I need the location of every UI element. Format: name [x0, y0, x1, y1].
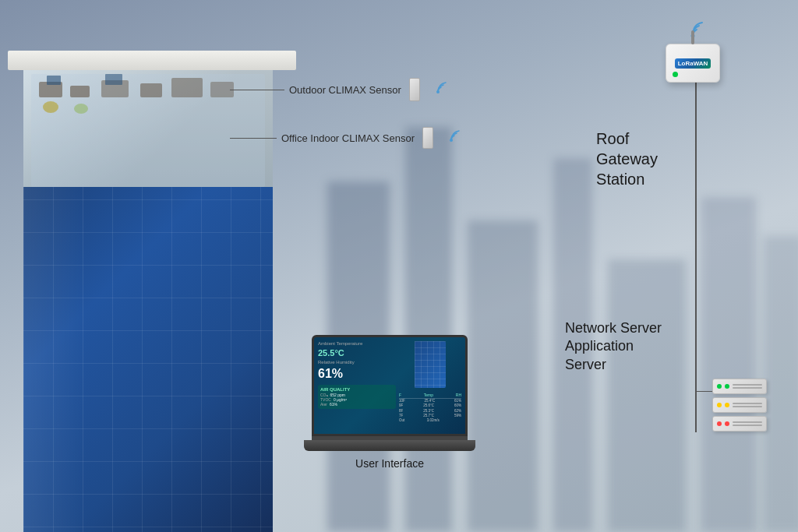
- laptop-base: [304, 440, 475, 451]
- outdoor-sensor-line: [230, 90, 284, 90]
- vertical-connection-line: [695, 74, 697, 432]
- server-light-green-1: [717, 384, 722, 389]
- router-label: LoRaWAN: [675, 58, 711, 69]
- gateway-location-label: Roof Gateway Station: [596, 129, 658, 189]
- server-unit-1: [712, 379, 767, 394]
- network-server-label3: Server: [565, 356, 662, 374]
- gateway-roof-label: Roof: [596, 129, 658, 149]
- gateway-gateway-label: Gateway: [596, 149, 658, 169]
- screen-humidity-value: 61%: [318, 367, 396, 381]
- server-unit-3: [712, 416, 767, 432]
- aqi-label: Aier: [320, 402, 327, 407]
- screen-left-panel: Ambient Temperature 25.5°C Relative Humi…: [318, 341, 396, 430]
- outdoor-sensor-text: Outdoor CLIMAX Sensor: [289, 84, 401, 96]
- svg-point-1: [450, 139, 453, 142]
- indoor-sensor-device: [422, 127, 433, 149]
- server-light-yellow-2: [725, 403, 729, 407]
- outdoor-sensor-device: [409, 78, 420, 101]
- router-body: LoRaWAN: [666, 44, 720, 83]
- server-stripes-3: [733, 421, 762, 426]
- gateway-device: LoRaWAN: [662, 22, 724, 83]
- laptop-screen: Ambient Temperature 25.5°C Relative Humi…: [312, 335, 468, 436]
- aqi-value: 61%: [330, 402, 337, 407]
- outdoor-sensor-label: Outdoor CLIMAX Sensor: [230, 78, 447, 101]
- indoor-sensor-wifi: [443, 129, 460, 146]
- server-light-red-2: [725, 421, 729, 426]
- aq-label: AIR QUALITY: [320, 387, 394, 392]
- laptop-container: Ambient Temperature 25.5°C Relative Humi…: [304, 335, 475, 470]
- screen-content: Ambient Temperature 25.5°C Relative Humi…: [314, 337, 465, 434]
- network-server-label2: Application: [565, 337, 662, 355]
- outdoor-sensor-wifi: [429, 81, 447, 98]
- indoor-sensor-label: Office Indoor CLIMAX Sensor: [230, 127, 460, 149]
- screen-right-panel: FTempRH 10F25.4°C61% 9F25.6°C60% 8F25.3°…: [399, 341, 461, 430]
- network-server-label: Network Server Application Server: [565, 319, 662, 374]
- svg-point-0: [436, 90, 440, 93]
- screen-mini-building: [415, 341, 446, 388]
- server-stripes-2: [733, 403, 762, 407]
- server-units: [712, 379, 771, 435]
- server-light-red: [717, 421, 722, 426]
- gateway-station-label: Station: [596, 169, 658, 189]
- network-server-label1: Network Server: [565, 319, 662, 337]
- screen-data-table: FTempRH 10F25.4°C61% 9F25.6°C60% 8F25.3°…: [399, 393, 461, 423]
- screen-humidity-label: Relative Humidity: [318, 360, 396, 365]
- router-antenna: [691, 30, 694, 44]
- roof-overhang: [8, 51, 296, 70]
- screen-temp-label: Ambient Temperature: [318, 341, 396, 346]
- server-light-green-2: [725, 384, 729, 389]
- server-unit-2: [712, 397, 767, 413]
- screen-temp-value: 25.5°C: [318, 348, 396, 358]
- server-light-yellow: [717, 403, 722, 407]
- air-quality-box: AIR QUALITY CO₂ 652 ppm TVOC 0 μg/m³ Aie…: [318, 385, 396, 409]
- ui-label: User Interface: [304, 457, 475, 470]
- indoor-sensor-line: [230, 138, 277, 139]
- indoor-sensor-text: Office Indoor CLIMAX Sensor: [281, 132, 415, 144]
- server-stripes-1: [733, 384, 762, 389]
